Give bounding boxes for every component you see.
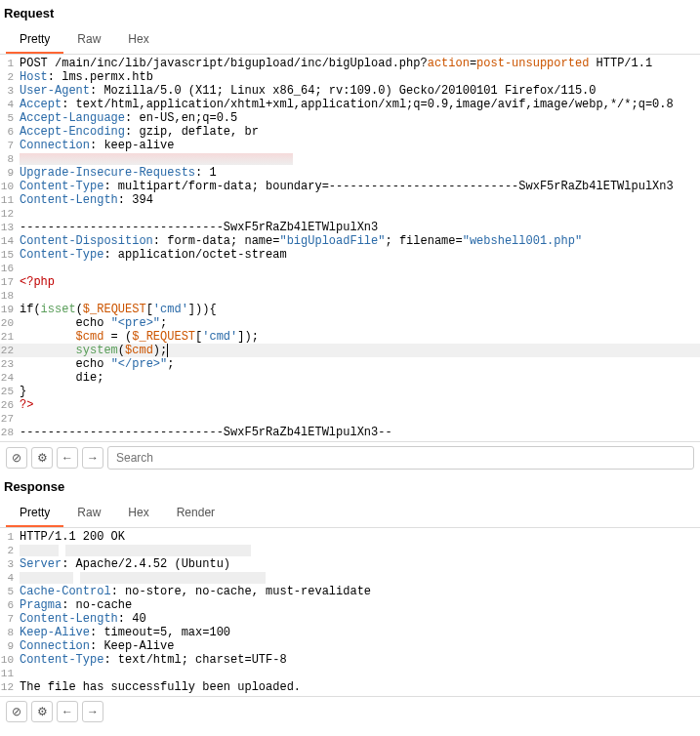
tab-hex[interactable]: Hex [114,26,162,54]
http-method: POST [20,57,48,70]
arrow-left-icon[interactable]: ← [57,701,78,722]
redacted-header: x [20,572,73,584]
request-editor[interactable]: 1POST /main/inc/lib/javascript/bigupload… [0,55,700,441]
tab-render-resp[interactable]: Render [163,500,228,527]
response-title: Response [0,473,700,500]
redacted-header: x [20,153,293,165]
response-editor[interactable]: 1HTTP/1.1 200 OK 2x x 3Server: Apache/2.… [0,528,700,696]
redacted-header: x [20,545,59,556]
cancel-icon[interactable]: ⊘ [6,447,27,469]
arrow-right-icon[interactable]: → [82,701,103,722]
text-cursor [167,344,168,357]
tab-pretty[interactable]: Pretty [6,26,63,54]
request-toolbar: ⊘ ⚙ ← → [0,441,700,473]
tab-raw-resp[interactable]: Raw [63,500,114,527]
status-line: HTTP/1.1 200 OK [18,530,700,544]
response-body: The file has successfully been uploaded. [18,680,700,694]
php-close: ?> [20,398,33,412]
tab-pretty-resp[interactable]: Pretty [6,500,63,527]
cancel-icon[interactable]: ⊘ [6,701,27,722]
http-path: /main/inc/lib/javascript/bigupload/inc/b… [48,57,428,70]
request-tabs: Pretty Raw Hex [0,26,700,55]
gear-icon[interactable]: ⚙ [31,701,53,722]
tab-hex-resp[interactable]: Hex [114,500,162,527]
request-title: Request [0,0,700,26]
php-open: <?php [20,275,55,289]
tab-raw[interactable]: Raw [63,26,114,54]
response-toolbar: ⊘ ⚙ ← → [0,696,700,726]
search-input[interactable] [107,446,694,470]
arrow-right-icon[interactable]: → [82,447,103,469]
response-tabs: Pretty Raw Hex Render [0,500,700,528]
arrow-left-icon[interactable]: ← [57,447,78,469]
gear-icon[interactable]: ⚙ [31,447,53,469]
